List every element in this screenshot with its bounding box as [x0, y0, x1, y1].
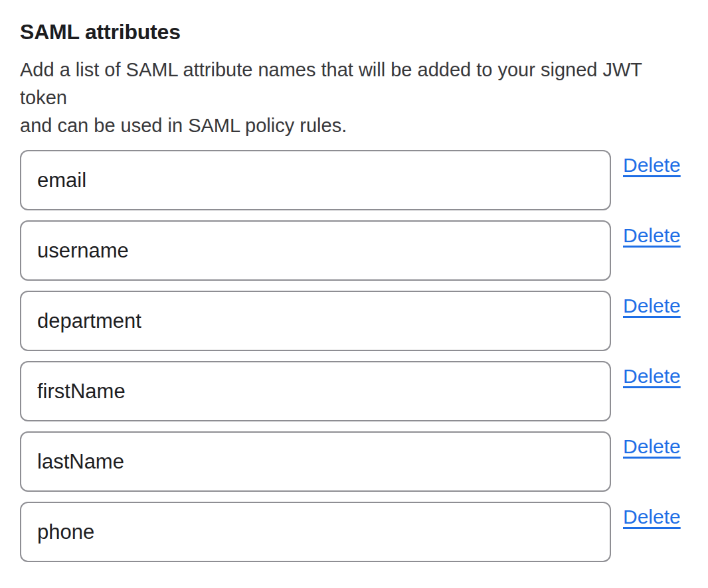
attribute-list: Delete Delete Delete Delete Delete Delet… [20, 150, 688, 562]
attribute-input-department[interactable] [20, 291, 611, 351]
delete-link-phone[interactable]: Delete [623, 505, 681, 529]
attribute-row-lastname: Delete [20, 431, 688, 492]
delete-link-firstname[interactable]: Delete [623, 364, 681, 388]
delete-link-email[interactable]: Delete [623, 153, 681, 177]
delete-link-lastname[interactable]: Delete [623, 435, 681, 459]
saml-attributes-section: SAML attributes Add a list of SAML attri… [0, 0, 708, 588]
section-description-line-1: Add a list of SAML attribute names that … [20, 59, 642, 108]
attribute-row-firstname: Delete [20, 361, 688, 421]
attribute-input-email[interactable] [20, 150, 611, 210]
attribute-input-username[interactable] [20, 220, 611, 281]
delete-link-username[interactable]: Delete [623, 224, 681, 248]
section-title: SAML attributes [20, 20, 688, 44]
attribute-row-email: Delete [20, 150, 688, 210]
attribute-input-phone[interactable] [20, 502, 611, 562]
section-description: Add a list of SAML attribute names that … [20, 56, 688, 139]
attribute-input-firstname[interactable] [20, 361, 611, 421]
attribute-row-department: Delete [20, 291, 688, 351]
attribute-row-phone: Delete [20, 502, 688, 562]
attribute-input-lastname[interactable] [20, 431, 611, 492]
attribute-row-username: Delete [20, 220, 688, 281]
section-description-line-2: and can be used in SAML policy rules. [20, 115, 347, 136]
delete-link-department[interactable]: Delete [623, 294, 681, 318]
